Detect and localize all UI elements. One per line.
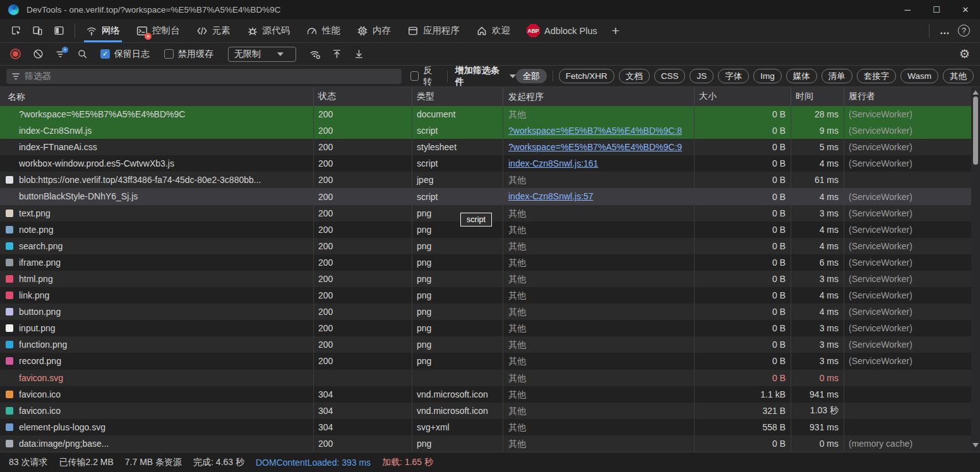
inspect-element-icon[interactable] <box>6 22 25 40</box>
summary-item: 83 次请求 <box>9 457 47 468</box>
table-row[interactable]: index-Czn8Snwl.js 200 script ?workspace=… <box>0 122 980 139</box>
request-size-cell: 1.1 kB <box>695 386 791 403</box>
export-har-icon[interactable] <box>350 46 368 62</box>
table-row[interactable]: function.png 200 png 其他 0 B 3 ms (Servic… <box>0 336 980 353</box>
filter-pill-fetch/xhr[interactable]: Fetch/XHR <box>559 69 614 83</box>
close-button[interactable]: ✕ <box>951 0 980 19</box>
table-row[interactable]: button.png 200 png 其他 0 B 4 ms (ServiceW… <box>0 304 980 320</box>
filter-pill-其他[interactable]: 其他 <box>943 69 974 83</box>
disable-cache-checkbox[interactable] <box>164 49 174 59</box>
filter-pill-all[interactable]: 全部 <box>516 69 547 83</box>
scrollbar-thumb[interactable] <box>973 97 978 165</box>
table-row[interactable]: data:image/png;base... 200 png 其他 0 B 0 … <box>0 435 980 452</box>
scroll-down-arrow[interactable] <box>972 443 979 447</box>
request-size-cell: 0 B <box>695 370 791 386</box>
request-size-cell: 0 B <box>695 155 791 172</box>
filter-pill-文档[interactable]: 文档 <box>619 69 650 83</box>
tab-sources[interactable]: 源代码 <box>239 19 299 42</box>
filter-pill-js[interactable]: JS <box>690 69 714 83</box>
throttling-select[interactable]: 无限制 <box>228 47 296 62</box>
table-row[interactable]: search.png 200 png 其他 0 B 4 ms (ServiceW… <box>0 238 980 254</box>
request-time-cell: 4 ms <box>791 188 844 204</box>
tab-performance[interactable]: 性能 <box>298 19 349 42</box>
invert-filter-checkbox[interactable] <box>410 71 419 81</box>
dock-side-icon[interactable] <box>49 22 68 40</box>
initiator-link[interactable]: ?workspace=%E5%B7%A5%E4%BD%9C:8 <box>503 122 695 139</box>
more-tools-button[interactable]: + <box>606 19 626 42</box>
clear-network-log-button[interactable] <box>29 46 47 62</box>
column-header-type[interactable]: 类型 <box>412 87 503 106</box>
filter-pill-套接字[interactable]: 套接字 <box>857 69 897 83</box>
filter-pill-wasm[interactable]: Wasm <box>900 69 938 83</box>
filter-pill-媒体[interactable]: 媒体 <box>786 69 817 83</box>
table-row[interactable]: link.png 200 png 其他 0 B 4 ms (ServiceWor… <box>0 287 980 304</box>
add-filter-dropdown[interactable]: 增加筛选条件 <box>455 65 516 88</box>
request-time-cell: 4 ms <box>791 238 844 254</box>
scroll-up-arrow[interactable] <box>972 90 979 95</box>
tab-elements[interactable]: 元素 <box>188 19 239 42</box>
request-size-cell: 0 B <box>695 172 791 188</box>
request-type-cell: png <box>412 304 503 320</box>
filter-toggle-button[interactable]: × <box>51 46 69 62</box>
initiator-link[interactable]: index-Czn8Snwl.js:57 <box>503 188 695 204</box>
tab-abp[interactable]: ABPAdblock Plus <box>518 19 606 42</box>
file-thumbnail-icon <box>6 423 13 431</box>
request-type-cell: png <box>412 353 503 369</box>
request-type-cell: jpeg <box>412 172 503 188</box>
table-row[interactable]: input.png 200 png 其他 0 B 3 ms (ServiceWo… <box>0 320 980 336</box>
request-name-cell: link.png <box>0 287 314 304</box>
tab-memory[interactable]: 内存 <box>349 19 399 42</box>
filter-placeholder: 筛选器 <box>25 71 51 82</box>
column-header-status[interactable]: 状态 <box>314 87 412 106</box>
filter-pill-清单[interactable]: 清单 <box>822 69 852 83</box>
table-row[interactable]: favicon.ico 304 vnd.microsoft.icon 其他 1.… <box>0 386 980 403</box>
table-row[interactable]: favicon.ico 304 vnd.microsoft.icon 其他 32… <box>0 403 980 419</box>
tab-label: 源代码 <box>263 25 290 37</box>
search-network-button[interactable] <box>73 46 91 62</box>
initiator-link[interactable]: ?workspace=%E5%B7%A5%E4%BD%9C:9 <box>503 139 695 155</box>
settings-gear-icon[interactable]: ⚙ <box>959 47 974 61</box>
table-row[interactable]: index-FTnaneAi.css 200 stylesheet ?works… <box>0 139 980 155</box>
vertical-scrollbar[interactable] <box>971 87 980 452</box>
table-row[interactable]: html.png 200 png 其他 0 B 3 ms (ServiceWor… <box>0 271 980 287</box>
tab-application[interactable]: 应用程序 <box>399 19 468 42</box>
help-button[interactable]: ? <box>958 25 970 37</box>
network-conditions-icon[interactable] <box>306 46 323 62</box>
table-row[interactable]: blob:https://one.verlif.top/43ff3486-fa7… <box>0 172 980 188</box>
table-row[interactable]: element-plus-logo.svg 304 svg+xml 其他 558… <box>0 419 980 435</box>
tab-network[interactable]: 网络 <box>78 19 128 42</box>
request-name-cell: buttonBlackStyle-DNhY6_Sj.js <box>0 188 314 204</box>
preserve-log-checkbox[interactable]: ✓ <box>100 49 110 59</box>
summary-item[interactable]: DOMContentLoaded: 393 ms <box>256 457 371 468</box>
request-type-cell <box>412 370 503 386</box>
filter-pill-img[interactable]: Img <box>753 69 782 83</box>
record-network-log-button[interactable] <box>10 49 21 59</box>
initiator-link[interactable]: index-Czn8Snwl.js:161 <box>503 155 695 172</box>
summary-item[interactable]: 加载: 1.65 秒 <box>382 457 433 468</box>
table-row[interactable]: ?workspace=%E5%B7%A5%E4%BD%9C 200 docume… <box>0 106 980 122</box>
maximize-button[interactable]: ☐ <box>922 0 951 19</box>
device-emulation-icon[interactable] <box>28 22 47 40</box>
tab-console[interactable]: ×控制台 <box>128 19 188 42</box>
table-row[interactable]: favicon.svg 其他 0 B 0 ms <box>0 370 980 386</box>
customize-devtools-button[interactable]: … <box>932 25 958 37</box>
file-thumbnail-icon <box>6 226 13 233</box>
table-row[interactable]: workbox-window.prod.es5-CwtvwXb3.js 200 … <box>0 155 980 172</box>
column-header-time[interactable]: 时间 <box>791 87 844 106</box>
column-header-size[interactable]: 大小 <box>695 87 791 106</box>
minimize-button[interactable]: ─ <box>893 0 922 19</box>
tab-welcome[interactable]: 欢迎 <box>468 19 518 42</box>
request-fulfilled-by-cell: (ServiceWorker) <box>844 304 980 320</box>
table-row[interactable]: buttonBlackStyle-DNhY6_Sj.js 200 script … <box>0 188 980 204</box>
file-thumbnail-icon <box>6 209 13 217</box>
filter-pill-css[interactable]: CSS <box>654 69 686 83</box>
table-row[interactable]: record.png 200 png 其他 0 B 3 ms (ServiceW… <box>0 353 980 369</box>
request-time-cell: 3 ms <box>791 336 844 353</box>
column-header-name[interactable]: 名称 <box>0 87 314 106</box>
import-har-icon[interactable] <box>328 46 345 62</box>
filter-pill-字体[interactable]: 字体 <box>718 69 749 83</box>
column-header-initiator[interactable]: 发起程序 <box>503 87 695 106</box>
column-header-fulfilled-by[interactable]: 履行者 <box>844 87 980 106</box>
table-row[interactable]: iframe.png 200 png 其他 0 B 6 ms (ServiceW… <box>0 254 980 271</box>
filter-input[interactable]: 筛选器 <box>6 69 402 84</box>
